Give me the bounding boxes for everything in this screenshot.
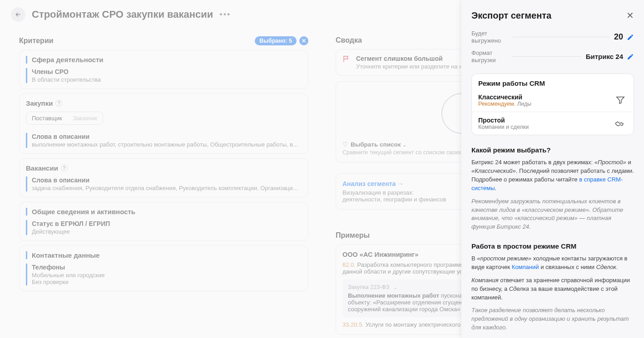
help-heading-2: Работа в простом режиме CRM: [471, 242, 634, 250]
funnel-icon: [614, 95, 627, 105]
mode-classic-rec: Рекомендуем.: [478, 101, 515, 107]
export-format-value: Битрикс 24: [586, 53, 623, 60]
handshake-icon: [614, 118, 627, 128]
edit-icon[interactable]: [627, 53, 634, 60]
mode-simple-sub: Компании и сделки: [478, 124, 529, 130]
export-format-row: Формат выгрузки Битрикс 24: [471, 47, 634, 66]
crm-mode-title: Режим работы CRM: [472, 74, 634, 89]
mode-classic-sub: Лиды: [515, 101, 531, 107]
export-format-label: Формат выгрузки: [471, 49, 508, 64]
mode-simple-label: Простой: [478, 117, 529, 124]
export-segment-drawer: Экспорт сегмента ✕ Будет выгружено 20 Фо…: [461, 0, 644, 338]
help-p3: В «простом режиме» холодные контакты заг…: [471, 255, 634, 272]
drawer-title: Экспорт сегмента: [471, 10, 551, 21]
crm-mode-classic[interactable]: Классический Рекомендуем. Лиды: [472, 89, 634, 112]
edit-icon[interactable]: [627, 34, 634, 41]
help-p2: Рекомендуем загружать потенциальных клие…: [471, 197, 634, 231]
export-count-value: 20: [614, 32, 623, 42]
companies-link[interactable]: Компаний: [512, 264, 539, 270]
export-count-label: Будет выгружено: [471, 30, 508, 44]
crm-mode-section: Режим работы CRM Классический Рекомендуе…: [471, 73, 634, 135]
help-p1: Битрикс 24 может работать в двух режимах…: [471, 158, 634, 192]
help-heading-1: Какой режим выбрать?: [471, 146, 634, 154]
mode-classic-label: Классический: [478, 93, 531, 101]
crm-mode-simple[interactable]: Простой Компании и сделки: [472, 112, 634, 135]
close-drawer-button[interactable]: ✕: [626, 10, 634, 21]
export-count-row: Будет выгружено 20: [471, 27, 634, 47]
help-p4: Компания отвечает за хранение справочной…: [471, 276, 634, 302]
help-p5: Такое разделение позволяет делать нескол…: [471, 306, 634, 332]
